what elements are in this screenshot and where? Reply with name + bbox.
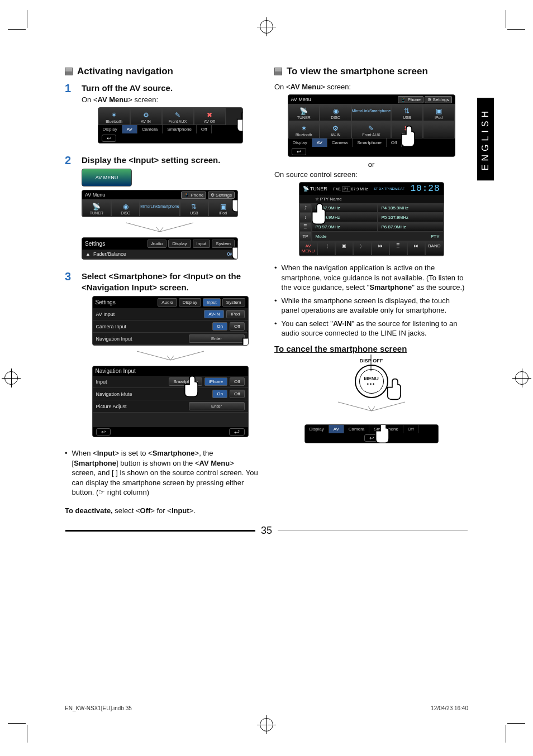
pointer-hand-icon xyxy=(307,203,326,225)
back-icon: ↩ xyxy=(292,148,306,155)
list-item: When the navigation application is activ… xyxy=(274,263,468,293)
tab-audio: Audio xyxy=(147,240,166,248)
pointer-hand-icon xyxy=(238,329,249,346)
avmenu-top-screenshot: AV Menu 📱 Phone ⚙ Settings 📡TUNER ◉DISC … xyxy=(82,190,238,217)
page-columns: Activating navigation 1 Turn off the AV … xyxy=(39,34,494,521)
cell-avin: ⚙AV-IN xyxy=(320,121,351,138)
source-control-intro: On source control screen: xyxy=(274,170,468,179)
section-bullet-icon xyxy=(274,68,282,75)
note-list: When <Input> is set to <Smartphone>, the… xyxy=(65,448,259,497)
next-icon: 〉 xyxy=(353,241,371,256)
pointer-hand-icon xyxy=(371,424,390,443)
preset-cell: P6 87.9MHz xyxy=(378,222,444,232)
row-fader: ▲ Fader/Balance 0/0 xyxy=(82,250,237,259)
cell-avoff: ✖AV Off xyxy=(194,108,226,125)
btn-settings: ⚙ Settings xyxy=(425,96,451,103)
tab-av: AV xyxy=(122,125,137,133)
crop-mark xyxy=(506,10,506,28)
footer: EN_KW-NSX1[EU].indb 35 12/04/23 16:40 xyxy=(65,705,468,711)
crop-mark xyxy=(27,725,27,743)
tab-camera: Camera xyxy=(137,125,163,133)
section-header: Activating navigation xyxy=(65,66,259,77)
crop-mark xyxy=(507,29,525,30)
step-number: 1 xyxy=(65,83,74,147)
pointer-hand-icon xyxy=(383,378,402,402)
step-title: Select <Smartphone> for <Input> on the <… xyxy=(82,271,259,293)
flow-arrow-icon xyxy=(82,221,238,234)
cell-mirrorlink: MirrorLinkSmartphone xyxy=(140,199,179,217)
tab-input: Input xyxy=(193,240,211,248)
screenshot-title: AV Menu xyxy=(85,192,105,198)
pointer-hand-icon xyxy=(180,375,199,398)
manual-page: ENGLISH Activating navigation 1 Turn off… xyxy=(0,0,533,756)
back-row: ↩ xyxy=(98,133,242,143)
step-number: 2 xyxy=(65,155,74,264)
language-tab: ENGLISH xyxy=(477,98,494,180)
clock-value: 10:28 xyxy=(410,184,440,194)
btn-avmenu: AV MENU xyxy=(299,241,317,256)
btn-phone: 📱 Phone xyxy=(181,192,206,199)
tuner-flags: ST DX TP NEWS AF xyxy=(374,187,404,190)
avmenu-intro: On <AV Menu> screen: xyxy=(274,83,468,91)
step-title: Display the <Input> setting screen. xyxy=(82,155,259,166)
row-av-input: AV InputAV-INiPod xyxy=(93,308,248,320)
registration-mark-icon xyxy=(260,718,273,731)
or-label: or xyxy=(274,160,468,169)
cell-mirrorlink: MirrorLinkSmartphone xyxy=(351,104,391,121)
cell-disc: ◉DISC xyxy=(111,199,140,217)
cell-disc: ◉DISC xyxy=(320,104,351,121)
list-item: You can select "AV-IN" as the source for… xyxy=(274,319,468,338)
page-number-row: 35 xyxy=(39,525,494,537)
step-title: Turn off the AV source. xyxy=(82,83,259,94)
bottom-tabs: Display AV Camera Smartphone Off xyxy=(98,125,242,133)
cell-avin: ⚙AV-IN xyxy=(130,108,162,125)
left-column: Activating navigation 1 Turn off the AV … xyxy=(65,64,259,515)
section-bullet-icon xyxy=(65,68,73,75)
step-subtext: On <AV Menu> screen: xyxy=(82,95,259,104)
fwd-icon: ⏭ xyxy=(407,241,425,256)
cell-frontaux: ✎Front AUX xyxy=(162,108,194,125)
step-number: 3 xyxy=(65,271,74,441)
tab-smartphone: Smartphone xyxy=(163,125,197,133)
settings-input-screenshot: Settings Audio Display Input System AV I… xyxy=(92,296,249,346)
avmenu-pill: AV MENU xyxy=(82,169,132,186)
rule-right xyxy=(278,530,468,530)
note-list: When the navigation application is activ… xyxy=(274,263,468,338)
btn-phone: 📱 Phone xyxy=(398,96,423,103)
rew-icon: ⏮ xyxy=(372,241,389,256)
tab-display: Display xyxy=(98,125,122,133)
tab-display: Display xyxy=(168,240,191,248)
section-title: Activating navigation xyxy=(77,66,173,77)
pty-row: ☆ PTY Name xyxy=(299,195,444,203)
footer-file: EN_KW-NSX1[EU].indb 35 xyxy=(65,705,132,711)
prev-icon: 〈 xyxy=(317,241,335,256)
section-title: To view the smartphone screen xyxy=(287,66,428,77)
pointer-hand-icon xyxy=(397,125,416,147)
row-camera-input: Camera InputOnOff xyxy=(93,320,248,333)
back-icon: ↩ xyxy=(96,428,111,436)
tuner-label: 📡 TUNER xyxy=(303,186,327,192)
pointer-hand-icon xyxy=(227,190,238,213)
crop-mark xyxy=(27,10,27,28)
pointer-hand-icon xyxy=(232,110,243,132)
cell-usb: ⇅USB xyxy=(180,199,209,217)
flow-arrow-icon xyxy=(274,400,468,413)
settings-fader-screenshot: Settings Audio Display Input System ▲ Fa… xyxy=(82,237,238,260)
cell-ipod: ▣iPod xyxy=(423,104,455,121)
page-number: 35 xyxy=(261,525,272,536)
settings-title: Settings xyxy=(85,241,146,247)
enter-icon: ⮐ xyxy=(229,428,245,436)
section-header: To view the smartphone screen xyxy=(274,66,468,77)
cell-bluetooth: ✶Bluetooth xyxy=(288,121,320,138)
pointer-hand-icon xyxy=(227,238,238,260)
list-icon: ≣ xyxy=(389,241,407,256)
back-icon: ↩ xyxy=(102,135,116,142)
step-1: 1 Turn off the AV source. On <AV Menu> s… xyxy=(65,83,259,147)
disp-off-figure: DISP OFF MENU••• Display AV xyxy=(274,358,468,443)
tuner-side-btn: TP xyxy=(299,232,312,241)
registration-mark-icon xyxy=(4,371,18,385)
smartphone-icon: ▣ xyxy=(335,241,353,256)
avmenu-bottom-screenshot: ✶Bluetooth ⚙AV-IN ✎Front AUX ✖AV Off Dis… xyxy=(98,107,243,143)
tuner-screenshot: 📡 TUNER FM1 P1 87.9 MHz ST DX TP NEWS AF… xyxy=(299,182,444,256)
avmenu-full-screenshot: AV Menu 📱 Phone ⚙ Settings 📡TUNER ◉DISC … xyxy=(288,94,455,157)
